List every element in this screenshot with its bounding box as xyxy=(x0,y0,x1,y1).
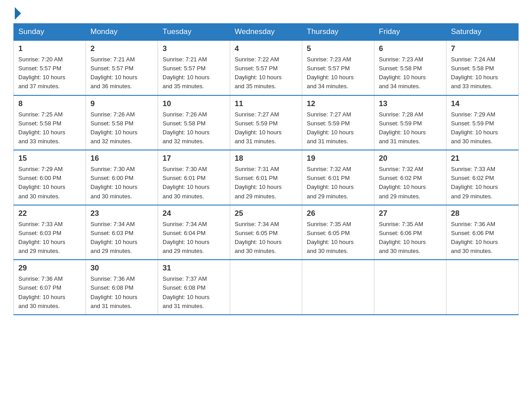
day-number: 5 xyxy=(307,44,369,53)
calendar-day-cell: 14Sunrise: 7:29 AMSunset: 5:59 PMDayligh… xyxy=(446,95,519,150)
calendar-day-cell: 20Sunrise: 7:32 AMSunset: 6:02 PMDayligh… xyxy=(374,150,446,205)
calendar-day-cell: 13Sunrise: 7:28 AMSunset: 5:59 PMDayligh… xyxy=(374,95,446,150)
day-info: Sunrise: 7:35 AMSunset: 6:06 PMDaylight:… xyxy=(379,220,442,256)
day-number: 20 xyxy=(379,154,442,163)
calendar-week-row: 15Sunrise: 7:29 AMSunset: 6:00 PMDayligh… xyxy=(14,150,519,205)
day-number: 19 xyxy=(307,154,369,163)
day-info: Sunrise: 7:22 AMSunset: 5:57 PMDaylight:… xyxy=(235,55,297,91)
day-number: 1 xyxy=(18,44,81,53)
day-number: 9 xyxy=(90,99,153,108)
day-info: Sunrise: 7:32 AMSunset: 6:02 PMDaylight:… xyxy=(379,165,442,201)
day-number: 6 xyxy=(379,44,442,53)
day-info: Sunrise: 7:20 AMSunset: 5:57 PMDaylight:… xyxy=(18,55,81,91)
day-number: 31 xyxy=(163,264,225,273)
calendar-day-cell xyxy=(446,260,519,315)
day-of-week-header: Thursday xyxy=(302,24,374,41)
day-number: 17 xyxy=(163,154,225,163)
day-number: 11 xyxy=(235,99,297,108)
calendar-day-cell: 21Sunrise: 7:33 AMSunset: 6:02 PMDayligh… xyxy=(446,150,519,205)
calendar-day-cell: 23Sunrise: 7:34 AMSunset: 6:03 PMDayligh… xyxy=(86,205,158,260)
day-number: 8 xyxy=(18,99,81,108)
calendar-day-cell: 30Sunrise: 7:36 AMSunset: 6:08 PMDayligh… xyxy=(86,260,158,315)
calendar-day-cell: 3Sunrise: 7:21 AMSunset: 5:57 PMDaylight… xyxy=(158,40,230,95)
calendar-day-cell: 4Sunrise: 7:22 AMSunset: 5:57 PMDaylight… xyxy=(230,40,302,95)
day-info: Sunrise: 7:31 AMSunset: 6:01 PMDaylight:… xyxy=(235,165,297,201)
day-number: 22 xyxy=(18,209,81,218)
calendar-day-cell: 31Sunrise: 7:37 AMSunset: 6:08 PMDayligh… xyxy=(158,260,230,315)
day-info: Sunrise: 7:34 AMSunset: 6:05 PMDaylight:… xyxy=(235,220,297,256)
day-info: Sunrise: 7:28 AMSunset: 5:59 PMDaylight:… xyxy=(379,110,442,146)
calendar-day-cell: 7Sunrise: 7:24 AMSunset: 5:58 PMDaylight… xyxy=(446,40,519,95)
calendar-day-cell: 22Sunrise: 7:33 AMSunset: 6:03 PMDayligh… xyxy=(14,205,86,260)
calendar-day-cell: 6Sunrise: 7:23 AMSunset: 5:58 PMDaylight… xyxy=(374,40,446,95)
day-info: Sunrise: 7:33 AMSunset: 6:03 PMDaylight:… xyxy=(18,220,81,256)
day-number: 18 xyxy=(235,154,297,163)
calendar-day-cell: 17Sunrise: 7:30 AMSunset: 6:01 PMDayligh… xyxy=(158,150,230,205)
calendar-week-row: 29Sunrise: 7:36 AMSunset: 6:07 PMDayligh… xyxy=(14,260,519,315)
calendar-week-row: 22Sunrise: 7:33 AMSunset: 6:03 PMDayligh… xyxy=(14,205,519,260)
day-info: Sunrise: 7:21 AMSunset: 5:57 PMDaylight:… xyxy=(163,55,225,91)
day-number: 29 xyxy=(18,264,81,273)
day-number: 16 xyxy=(90,154,153,163)
calendar-day-cell: 10Sunrise: 7:26 AMSunset: 5:58 PMDayligh… xyxy=(158,95,230,150)
days-header-row: SundayMondayTuesdayWednesdayThursdayFrid… xyxy=(14,24,519,41)
day-number: 26 xyxy=(307,209,369,218)
day-number: 15 xyxy=(18,154,81,163)
calendar-day-cell: 24Sunrise: 7:34 AMSunset: 6:04 PMDayligh… xyxy=(158,205,230,260)
day-info: Sunrise: 7:32 AMSunset: 6:01 PMDaylight:… xyxy=(307,165,369,201)
day-of-week-header: Saturday xyxy=(446,24,519,41)
calendar-day-cell: 16Sunrise: 7:30 AMSunset: 6:00 PMDayligh… xyxy=(86,150,158,205)
calendar-day-cell: 15Sunrise: 7:29 AMSunset: 6:00 PMDayligh… xyxy=(14,150,86,205)
day-info: Sunrise: 7:24 AMSunset: 5:58 PMDaylight:… xyxy=(451,55,514,91)
calendar-day-cell xyxy=(230,260,302,315)
day-info: Sunrise: 7:30 AMSunset: 6:01 PMDaylight:… xyxy=(163,165,225,201)
calendar-day-cell: 9Sunrise: 7:26 AMSunset: 5:58 PMDaylight… xyxy=(86,95,158,150)
day-info: Sunrise: 7:30 AMSunset: 6:00 PMDaylight:… xyxy=(90,165,153,201)
calendar-day-cell: 2Sunrise: 7:21 AMSunset: 5:57 PMDaylight… xyxy=(86,40,158,95)
day-number: 25 xyxy=(235,209,297,218)
day-number: 14 xyxy=(451,99,514,108)
day-number: 10 xyxy=(163,99,225,108)
day-number: 12 xyxy=(307,99,369,108)
day-info: Sunrise: 7:36 AMSunset: 6:08 PMDaylight:… xyxy=(90,274,153,311)
calendar-day-cell xyxy=(302,260,374,315)
calendar-week-row: 1Sunrise: 7:20 AMSunset: 5:57 PMDaylight… xyxy=(14,40,519,95)
day-info: Sunrise: 7:37 AMSunset: 6:08 PMDaylight:… xyxy=(163,274,225,311)
day-number: 4 xyxy=(235,44,297,53)
calendar-day-cell: 29Sunrise: 7:36 AMSunset: 6:07 PMDayligh… xyxy=(14,260,86,315)
day-number: 13 xyxy=(379,99,442,108)
day-info: Sunrise: 7:23 AMSunset: 5:58 PMDaylight:… xyxy=(379,55,442,91)
day-number: 3 xyxy=(163,44,225,53)
calendar-day-cell: 19Sunrise: 7:32 AMSunset: 6:01 PMDayligh… xyxy=(302,150,374,205)
calendar-week-row: 8Sunrise: 7:25 AMSunset: 5:58 PMDaylight… xyxy=(14,95,519,150)
day-number: 24 xyxy=(163,209,225,218)
calendar-day-cell: 5Sunrise: 7:23 AMSunset: 5:57 PMDaylight… xyxy=(302,40,374,95)
day-info: Sunrise: 7:35 AMSunset: 6:05 PMDaylight:… xyxy=(307,220,369,256)
day-of-week-header: Monday xyxy=(86,24,158,41)
day-number: 7 xyxy=(451,44,514,53)
day-of-week-header: Wednesday xyxy=(230,24,302,41)
day-info: Sunrise: 7:29 AMSunset: 5:59 PMDaylight:… xyxy=(451,110,514,146)
day-info: Sunrise: 7:25 AMSunset: 5:58 PMDaylight:… xyxy=(18,110,81,146)
calendar-day-cell: 27Sunrise: 7:35 AMSunset: 6:06 PMDayligh… xyxy=(374,205,446,260)
day-of-week-header: Tuesday xyxy=(158,24,230,41)
day-number: 2 xyxy=(90,44,153,53)
calendar-day-cell: 8Sunrise: 7:25 AMSunset: 5:58 PMDaylight… xyxy=(14,95,86,150)
day-info: Sunrise: 7:29 AMSunset: 6:00 PMDaylight:… xyxy=(18,165,81,201)
day-number: 21 xyxy=(451,154,514,163)
day-info: Sunrise: 7:23 AMSunset: 5:57 PMDaylight:… xyxy=(307,55,369,91)
calendar-day-cell: 26Sunrise: 7:35 AMSunset: 6:05 PMDayligh… xyxy=(302,205,374,260)
calendar-day-cell: 28Sunrise: 7:36 AMSunset: 6:06 PMDayligh… xyxy=(446,205,519,260)
logo xyxy=(13,9,21,19)
calendar-day-cell: 18Sunrise: 7:31 AMSunset: 6:01 PMDayligh… xyxy=(230,150,302,205)
day-info: Sunrise: 7:34 AMSunset: 6:04 PMDaylight:… xyxy=(163,220,225,256)
day-number: 23 xyxy=(90,209,153,218)
calendar-day-cell xyxy=(374,260,446,315)
day-of-week-header: Friday xyxy=(374,24,446,41)
day-number: 30 xyxy=(90,264,153,273)
day-number: 27 xyxy=(379,209,442,218)
day-info: Sunrise: 7:36 AMSunset: 6:07 PMDaylight:… xyxy=(18,274,81,311)
day-number: 28 xyxy=(451,209,514,218)
day-info: Sunrise: 7:26 AMSunset: 5:58 PMDaylight:… xyxy=(90,110,153,146)
calendar-table: SundayMondayTuesdayWednesdayThursdayFrid… xyxy=(13,23,519,315)
